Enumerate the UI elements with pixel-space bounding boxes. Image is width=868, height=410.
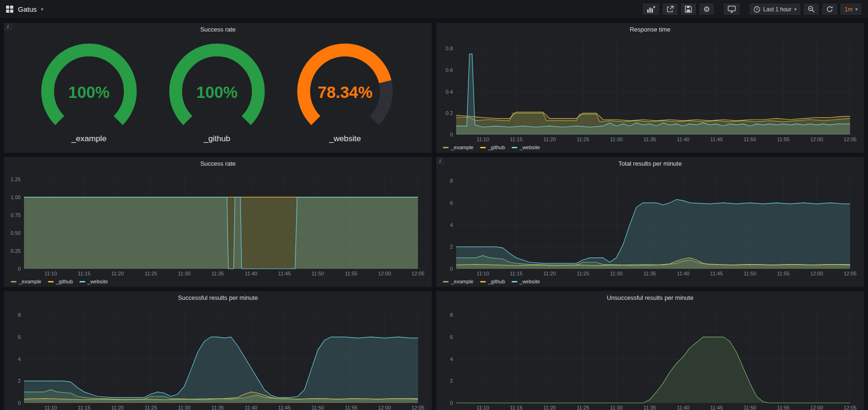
settings-button[interactable]: ⚙: [699, 3, 715, 16]
total-results-chart[interactable]: 11:1011:1511:2011:2511:3011:3511:4011:45…: [438, 169, 860, 277]
panel-success-rate-series: Success rate 11:1011:1511:2011:2511:3011…: [4, 157, 432, 287]
legend-item-example[interactable]: _example: [443, 145, 474, 150]
success-rate-chart[interactable]: 11:1011:1511:2011:2511:3011:3511:4011:45…: [6, 169, 428, 277]
svg-text:11:10: 11:10: [476, 405, 489, 410]
panel-successful-results: Successful results per minute 11:1011:15…: [4, 291, 432, 410]
refresh-button[interactable]: [821, 3, 838, 16]
panel-response-time: Response time 11:1011:1511:2011:2511:301…: [436, 23, 864, 153]
panel-title[interactable]: Success rate: [200, 26, 235, 33]
gear-icon: ⚙: [703, 6, 710, 13]
grafana-apps-icon[interactable]: [6, 5, 14, 13]
svg-text:0: 0: [450, 132, 453, 137]
zoom-out-button[interactable]: [803, 3, 820, 16]
panel-title[interactable]: Success rate: [200, 160, 235, 167]
chevron-down-icon: ▾: [855, 7, 858, 12]
panel-title[interactable]: Successful results per minute: [178, 294, 258, 301]
svg-text:8: 8: [450, 312, 453, 318]
legend-item-github[interactable]: _github: [480, 279, 505, 284]
time-range-picker[interactable]: Last 1 hour ▾: [749, 3, 801, 16]
svg-text:11:55: 11:55: [345, 405, 358, 410]
panel-title[interactable]: Response time: [630, 26, 671, 33]
gauge-website: 78.34%_website: [289, 43, 401, 144]
panel-title[interactable]: Unsuccessful results per minute: [607, 294, 693, 301]
chevron-down-icon[interactable]: ▾: [41, 7, 43, 12]
legend-label: _website: [520, 279, 540, 284]
share-button[interactable]: [662, 3, 678, 16]
add-panel-button[interactable]: [642, 3, 660, 16]
legend-swatch: [480, 147, 486, 148]
svg-text:11:50: 11:50: [312, 271, 324, 276]
svg-text:11:45: 11:45: [278, 405, 291, 410]
legend-item-github[interactable]: _github: [48, 279, 73, 284]
svg-text:11:35: 11:35: [643, 137, 656, 142]
legend-swatch: [11, 281, 16, 282]
svg-text:11:25: 11:25: [577, 137, 589, 142]
svg-text:11:45: 11:45: [710, 137, 723, 142]
svg-text:6: 6: [450, 200, 453, 206]
svg-text:11:55: 11:55: [777, 137, 790, 142]
svg-text:11:35: 11:35: [211, 405, 224, 410]
legend-item-github[interactable]: _github: [480, 145, 505, 150]
share-icon: [667, 6, 674, 13]
gauge-label: _github: [203, 133, 230, 143]
dashboard-grid: i Success rate 100%_example100%_github78…: [0, 19, 868, 410]
svg-text:2: 2: [18, 378, 21, 384]
svg-text:0: 0: [18, 400, 21, 406]
panel-info-icon[interactable]: i: [4, 23, 11, 30]
panel-title[interactable]: Total results per minute: [619, 160, 682, 167]
gauge-label: _example: [71, 133, 106, 143]
successful-results-chart[interactable]: 11:1011:1511:2011:2511:3011:3511:4011:45…: [6, 304, 428, 410]
svg-text:11:40: 11:40: [677, 137, 690, 142]
svg-text:12:05: 12:05: [411, 271, 425, 276]
navbar-left: Gatus ▾: [6, 5, 43, 13]
legend-item-example[interactable]: _example: [443, 279, 474, 284]
gauge-github: 100%_github: [161, 43, 273, 144]
svg-text:0.25: 0.25: [11, 248, 21, 254]
svg-text:11:30: 11:30: [610, 271, 623, 276]
legend-label: _github: [488, 279, 505, 284]
refresh-icon: [826, 6, 833, 13]
legend-swatch: [480, 281, 486, 282]
svg-text:11:50: 11:50: [744, 405, 756, 410]
svg-text:11:10: 11:10: [476, 271, 489, 276]
tv-mode-button[interactable]: [723, 3, 740, 16]
unsuccessful-results-chart[interactable]: 11:1011:1511:2011:2511:3011:3511:4011:45…: [438, 304, 860, 410]
panel-header: Successful results per minute: [4, 291, 432, 304]
svg-text:2: 2: [450, 378, 453, 384]
panel-header: Response time: [436, 23, 864, 35]
gauge-value: 100%: [196, 83, 238, 101]
legend-label: _example: [451, 145, 474, 150]
svg-text:12:05: 12:05: [411, 405, 425, 410]
panel-info-icon[interactable]: i: [436, 157, 443, 164]
panel-total-results: i Total results per minute 11:1011:1511:…: [436, 157, 864, 287]
save-button[interactable]: [680, 3, 697, 16]
svg-text:11:20: 11:20: [111, 405, 124, 410]
svg-text:4: 4: [450, 356, 453, 362]
dashboard-title[interactable]: Gatus: [18, 5, 37, 13]
svg-text:11:15: 11:15: [510, 137, 522, 142]
svg-text:11:15: 11:15: [510, 271, 522, 276]
svg-text:0.50: 0.50: [11, 230, 21, 236]
legend-item-example[interactable]: _example: [11, 279, 41, 284]
legend-label: _website: [88, 279, 108, 284]
svg-text:11:55: 11:55: [777, 271, 790, 276]
panel-success-rate-gauges: i Success rate 100%_example100%_github78…: [4, 23, 432, 153]
panel-header: Total results per minute: [436, 157, 864, 169]
legend-item-website[interactable]: _website: [512, 145, 540, 150]
refresh-interval-dropdown[interactable]: 1m ▾: [840, 3, 862, 16]
legend-item-website[interactable]: _website: [80, 279, 108, 284]
legend-item-website[interactable]: _website: [512, 279, 540, 284]
svg-text:11:50: 11:50: [744, 271, 756, 276]
refresh-interval-label: 1m: [844, 6, 852, 13]
legend-label: _github: [488, 145, 505, 150]
legend-swatch: [443, 147, 449, 148]
legend-swatch: [512, 147, 517, 148]
svg-text:0.75: 0.75: [11, 212, 21, 218]
svg-text:11:40: 11:40: [245, 405, 257, 410]
svg-text:11:25: 11:25: [577, 405, 589, 410]
legend-swatch: [443, 281, 449, 282]
response-time-chart[interactable]: 11:1011:1511:2011:2511:3011:3511:4011:45…: [438, 35, 860, 143]
svg-text:11:40: 11:40: [677, 271, 690, 276]
svg-text:11:35: 11:35: [211, 271, 224, 276]
gauge-value: 78.34%: [318, 83, 372, 101]
